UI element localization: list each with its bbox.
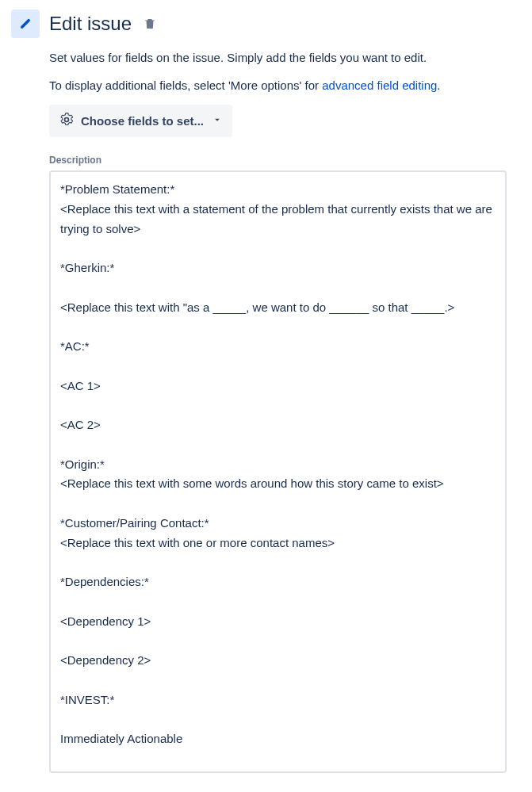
description-field-wrapper [49, 170, 507, 773]
advanced-field-editing-link[interactable]: advanced field editing [322, 78, 437, 92]
description-field-label: Description [49, 155, 521, 166]
intro-line-2: To display additional fields, select 'Mo… [49, 77, 521, 94]
intro-line-1: Set values for fields on the issue. Simp… [49, 49, 521, 66]
choose-fields-label: Choose fields to set... [81, 114, 204, 128]
intro-line-2-prefix: To display additional fields, select 'Mo… [49, 78, 322, 92]
edit-icon-box [11, 10, 40, 38]
intro-line-2-suffix: . [437, 78, 440, 92]
chevron-down-icon [210, 114, 223, 128]
delete-button[interactable] [143, 17, 157, 31]
content-block: Set values for fields on the issue. Simp… [49, 49, 521, 773]
choose-fields-button[interactable]: Choose fields to set... [49, 105, 232, 137]
header-row: Edit issue [11, 10, 521, 38]
pencil-icon [17, 15, 33, 33]
page-title: Edit issue [49, 13, 132, 35]
gear-icon [59, 112, 75, 130]
description-textarea[interactable] [51, 172, 505, 771]
